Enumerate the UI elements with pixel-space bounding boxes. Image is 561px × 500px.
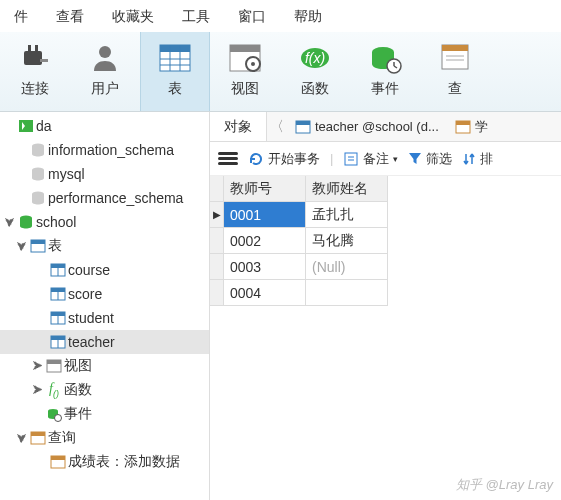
plug-icon (0, 38, 70, 78)
table-course[interactable]: course (0, 258, 209, 282)
refresh-icon (248, 151, 264, 167)
db-performance-schema[interactable]: performance_schema (0, 186, 209, 210)
note-button[interactable]: 备注▾ (343, 150, 398, 168)
database-icon (28, 190, 48, 206)
menu-view[interactable]: 查看 (42, 4, 98, 30)
node-tables[interactable]: ⮟表 (0, 234, 209, 258)
sort-button[interactable]: 排 (462, 150, 493, 168)
watermark: 知乎 @Lray Lray (456, 476, 553, 494)
table-row[interactable]: 0002 马化腾 (210, 228, 561, 254)
col-teacher-name[interactable]: 教师姓名 (306, 176, 388, 202)
data-grid[interactable]: 教师号 教师姓名 ▶ 0001 孟扎扎 0002 马化腾 0003 (Null)… (210, 176, 561, 306)
view-label: 视图 (210, 80, 280, 98)
connection-button[interactable]: 连接 (0, 32, 70, 111)
tab-student[interactable]: 学 (447, 112, 496, 141)
db-school[interactable]: ⮟school (0, 210, 209, 234)
table-teacher[interactable]: teacher (0, 330, 209, 354)
connection-icon (16, 118, 36, 134)
svg-point-47 (55, 415, 62, 422)
svg-rect-53 (296, 121, 310, 125)
table-student[interactable]: student (0, 306, 209, 330)
database-open-icon (16, 214, 36, 230)
svg-rect-57 (218, 157, 238, 160)
query-button[interactable]: 查 (420, 32, 490, 111)
svg-rect-51 (51, 456, 65, 460)
event-icon (350, 38, 420, 78)
event-group-icon (44, 406, 64, 422)
database-icon (28, 166, 48, 182)
svg-rect-12 (230, 45, 260, 52)
function-group-icon: f() (44, 381, 64, 399)
node-queries[interactable]: ⮟查询 (0, 426, 209, 450)
table-icon (48, 310, 68, 326)
note-icon (343, 151, 359, 167)
cell[interactable]: 孟扎扎 (306, 202, 388, 228)
table-group-icon (28, 238, 48, 254)
db-mysql[interactable]: mysql (0, 162, 209, 186)
tab-object[interactable]: 对象 (210, 112, 267, 141)
svg-rect-49 (31, 432, 45, 436)
menu-help[interactable]: 帮助 (280, 4, 336, 30)
table-icon (455, 119, 471, 135)
user-button[interactable]: 用户 (70, 32, 140, 111)
view-icon (210, 38, 280, 78)
svg-rect-55 (456, 121, 470, 125)
conn-da[interactable]: da (0, 114, 209, 138)
svg-rect-59 (345, 153, 357, 165)
filter-button[interactable]: 筛选 (408, 150, 452, 168)
view-group-icon (44, 358, 64, 374)
svg-rect-58 (218, 162, 238, 165)
cell[interactable]: (Null) (306, 254, 388, 280)
menu-window[interactable]: 窗口 (224, 4, 280, 30)
node-functions[interactable]: ⮞f()函数 (0, 378, 209, 402)
table-icon (295, 119, 311, 135)
function-button[interactable]: f(x) 函数 (280, 32, 350, 111)
menubar: 件 查看 收藏夹 工具 窗口 帮助 (0, 0, 561, 32)
svg-rect-2 (35, 45, 38, 53)
db-information-schema[interactable]: information_schema (0, 138, 209, 162)
connection-label: 连接 (0, 80, 70, 98)
tab-teacher[interactable]: teacher @school (d... (287, 112, 447, 141)
header-row: 教师号 教师姓名 (210, 176, 561, 202)
list-style-button[interactable] (218, 151, 238, 167)
view-button[interactable]: 视图 (210, 32, 280, 111)
cell[interactable]: 0003 (224, 254, 306, 280)
svg-rect-6 (160, 45, 190, 52)
cell[interactable]: 0004 (224, 280, 306, 306)
event-button[interactable]: 事件 (350, 32, 420, 111)
cell[interactable] (306, 280, 388, 306)
table-score[interactable]: score (0, 282, 209, 306)
table-button[interactable]: 表 (140, 32, 210, 111)
cell[interactable]: 马化腾 (306, 228, 388, 254)
query-icon (48, 454, 68, 470)
database-icon (28, 142, 48, 158)
user-label: 用户 (70, 80, 140, 98)
user-icon (70, 38, 140, 78)
menu-file[interactable]: 件 (0, 4, 42, 30)
table-label: 表 (141, 80, 209, 98)
cell[interactable]: 0001 (224, 202, 306, 228)
table-row[interactable]: 0004 (210, 280, 561, 306)
tab-bar: 对象 〈 teacher @school (d... 学 (210, 112, 561, 142)
table-row[interactable]: 0003 (Null) (210, 254, 561, 280)
begin-transaction-button[interactable]: 开始事务 (248, 150, 320, 168)
svg-text:f(x): f(x) (305, 50, 325, 66)
svg-rect-45 (47, 360, 61, 364)
table-icon (48, 286, 68, 302)
col-teacher-id[interactable]: 教师号 (224, 176, 306, 202)
tab-prev[interactable]: 〈 (267, 118, 287, 136)
cell[interactable]: 0002 (224, 228, 306, 254)
table-icon (48, 334, 68, 350)
menu-fav[interactable]: 收藏夹 (98, 4, 168, 30)
node-events[interactable]: 事件 (0, 402, 209, 426)
object-tree[interactable]: da information_schema mysql performance_… (0, 112, 210, 500)
row-indicator-icon: ▶ (210, 202, 224, 228)
query-label: 查 (420, 80, 490, 98)
query-item[interactable]: 成绩表：添加数据 (0, 450, 209, 474)
svg-rect-22 (442, 45, 468, 51)
query-group-icon (28, 430, 48, 446)
node-views[interactable]: ⮞视图 (0, 354, 209, 378)
table-row[interactable]: ▶ 0001 孟扎扎 (210, 202, 561, 228)
table-icon (141, 38, 209, 78)
menu-tool[interactable]: 工具 (168, 4, 224, 30)
